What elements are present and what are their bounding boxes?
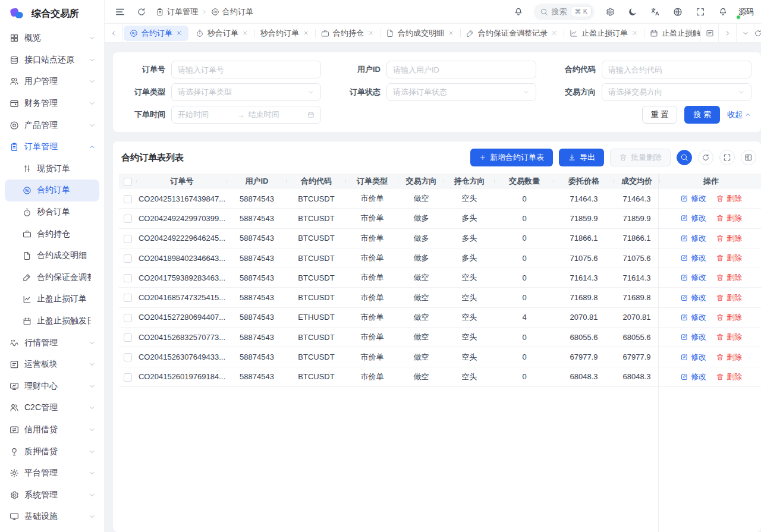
edit-link[interactable]: 修改 bbox=[680, 272, 706, 283]
sidebar-item[interactable]: 基础设施 bbox=[0, 506, 104, 528]
tab[interactable]: 合约持仓 bbox=[315, 24, 380, 42]
tabs-refresh-button[interactable] bbox=[754, 24, 761, 42]
edit-link[interactable]: 修改 bbox=[680, 312, 706, 323]
close-icon[interactable] bbox=[448, 30, 454, 36]
delete-link[interactable]: 删除 bbox=[716, 233, 742, 244]
sidebar-subitem[interactable]: 合约保证金调整记录 bbox=[5, 267, 99, 289]
user-id-input[interactable] bbox=[393, 65, 530, 74]
row-checkbox[interactable] bbox=[124, 274, 132, 282]
tabs-list-button[interactable] bbox=[700, 24, 718, 42]
edit-link[interactable]: 修改 bbox=[680, 213, 706, 223]
tab[interactable]: 止盈止损订单 bbox=[564, 24, 644, 42]
close-icon[interactable] bbox=[551, 30, 558, 36]
sidebar-subitem[interactable]: 止盈止损触发日志 bbox=[5, 310, 99, 332]
sidebar-item[interactable]: 平台管理 bbox=[0, 462, 104, 484]
search-button[interactable]: 搜 索 bbox=[684, 106, 720, 124]
close-icon[interactable] bbox=[367, 30, 374, 36]
select-all-checkbox[interactable] bbox=[124, 178, 132, 186]
global-search[interactable]: 搜索 ⌘ K bbox=[534, 4, 595, 20]
tabs-menu-button[interactable] bbox=[736, 24, 754, 42]
row-checkbox[interactable] bbox=[124, 215, 132, 223]
bell-icon[interactable] bbox=[716, 5, 730, 19]
delete-link[interactable]: 删除 bbox=[716, 332, 742, 342]
delete-link[interactable]: 删除 bbox=[716, 312, 742, 323]
close-icon[interactable] bbox=[176, 30, 183, 36]
trade-direction-select[interactable]: 请选择交易方向 bbox=[602, 83, 751, 101]
row-checkbox[interactable] bbox=[124, 294, 132, 302]
sidebar-item[interactable]: 质押借贷 bbox=[0, 440, 104, 462]
edit-link[interactable]: 修改 bbox=[680, 292, 706, 303]
refresh-button[interactable] bbox=[134, 5, 149, 19]
sidebar-item[interactable]: 接口站点还原 bbox=[0, 49, 104, 71]
table-fullscreen-button[interactable] bbox=[719, 150, 735, 165]
settings-gear-icon[interactable] bbox=[603, 5, 617, 19]
table-columns-button[interactable] bbox=[741, 150, 756, 165]
sidebar-item[interactable]: 用户管理 bbox=[0, 71, 104, 93]
tabs-scroll-right-button[interactable] bbox=[718, 24, 736, 42]
delete-link[interactable]: 删除 bbox=[716, 292, 742, 303]
order-no-input[interactable] bbox=[178, 65, 315, 74]
sidebar-subitem[interactable]: 合约成交明细 bbox=[5, 245, 99, 267]
table-search-button[interactable] bbox=[677, 150, 692, 165]
edit-link[interactable]: 修改 bbox=[680, 193, 706, 204]
tab[interactable]: 合约保证金调整记录 bbox=[460, 24, 564, 42]
language-globe-icon[interactable] bbox=[671, 5, 685, 19]
sidebar-subitem[interactable]: 合约订单 bbox=[5, 180, 99, 202]
collapse-filters-link[interactable]: 收起 bbox=[727, 109, 751, 120]
sidebar-item[interactable]: 产品管理 bbox=[0, 114, 104, 136]
tab[interactable]: 止盈止损触发日志 bbox=[644, 24, 700, 42]
delete-link[interactable]: 删除 bbox=[716, 272, 742, 283]
table-refresh-button[interactable] bbox=[698, 150, 713, 165]
translate-icon[interactable] bbox=[648, 5, 662, 19]
delete-link[interactable]: 删除 bbox=[716, 352, 742, 363]
date-range-picker[interactable]: 开始时间 → 结束时间 bbox=[171, 106, 321, 124]
sidebar-subitem[interactable]: 秒合订单 bbox=[5, 202, 99, 223]
close-icon[interactable] bbox=[303, 30, 309, 36]
delete-link[interactable]: 删除 bbox=[716, 193, 742, 204]
tab[interactable]: 秒合约订单 bbox=[254, 24, 315, 42]
reset-button[interactable]: 重 置 bbox=[642, 106, 678, 124]
breadcrumb-contract-orders[interactable]: 合约订单 bbox=[211, 7, 253, 17]
row-checkbox[interactable] bbox=[124, 235, 132, 243]
row-checkbox[interactable] bbox=[124, 333, 132, 342]
edit-link[interactable]: 修改 bbox=[680, 332, 706, 342]
delete-link[interactable]: 删除 bbox=[716, 253, 742, 263]
order-type-select[interactable]: 请选择订单类型 bbox=[171, 83, 321, 101]
row-checkbox[interactable] bbox=[124, 314, 132, 322]
edit-link[interactable]: 修改 bbox=[680, 253, 706, 263]
close-icon[interactable] bbox=[631, 30, 638, 36]
export-button[interactable]: 导出 bbox=[559, 149, 604, 166]
sidebar-subitem[interactable]: 现货订单 bbox=[5, 158, 99, 180]
edit-link[interactable]: 修改 bbox=[680, 352, 706, 363]
tab[interactable]: 秒合订单 bbox=[190, 24, 254, 42]
notification-bell-icon[interactable] bbox=[511, 5, 526, 19]
sidebar-collapse-button[interactable] bbox=[113, 5, 127, 19]
dark-mode-moon-icon[interactable] bbox=[625, 5, 640, 19]
sidebar-item[interactable]: 信用借贷 bbox=[0, 419, 104, 441]
edit-link[interactable]: 修改 bbox=[680, 233, 706, 244]
row-checkbox[interactable] bbox=[124, 373, 132, 382]
bulk-delete-button[interactable]: 批量删除 bbox=[610, 149, 671, 166]
user-menu[interactable]: 源码 bbox=[738, 7, 754, 17]
row-checkbox[interactable] bbox=[124, 353, 132, 361]
tab[interactable]: 合约成交明细 bbox=[380, 24, 460, 42]
edit-link[interactable]: 修改 bbox=[680, 372, 706, 382]
sidebar-item[interactable]: 财务管理 bbox=[0, 93, 104, 115]
sidebar-item[interactable]: 系统管理 bbox=[0, 484, 104, 506]
close-icon[interactable] bbox=[242, 30, 249, 36]
sidebar-item[interactable]: 概览 bbox=[0, 27, 104, 49]
tab[interactable]: 合约订单 bbox=[124, 26, 188, 41]
sidebar-item[interactable]: 行情管理 bbox=[0, 332, 104, 354]
sidebar-item[interactable]: 理财中心 bbox=[0, 376, 104, 398]
row-checkbox[interactable] bbox=[124, 254, 132, 263]
sidebar-item[interactable]: 运营板块 bbox=[0, 354, 104, 376]
add-contract-order-button[interactable]: 新增合约订单表 bbox=[470, 149, 553, 166]
sidebar-subitem[interactable]: 止盈止损订单 bbox=[5, 288, 99, 310]
sidebar-item[interactable]: 订单管理 bbox=[0, 136, 104, 158]
row-checkbox[interactable] bbox=[124, 195, 132, 203]
breadcrumb-order-management[interactable]: 订单管理 bbox=[156, 7, 198, 17]
fullscreen-icon[interactable] bbox=[693, 5, 707, 19]
tabs-scroll-left-button[interactable] bbox=[105, 24, 122, 42]
contract-code-input[interactable] bbox=[608, 65, 745, 74]
delete-link[interactable]: 删除 bbox=[716, 372, 742, 382]
